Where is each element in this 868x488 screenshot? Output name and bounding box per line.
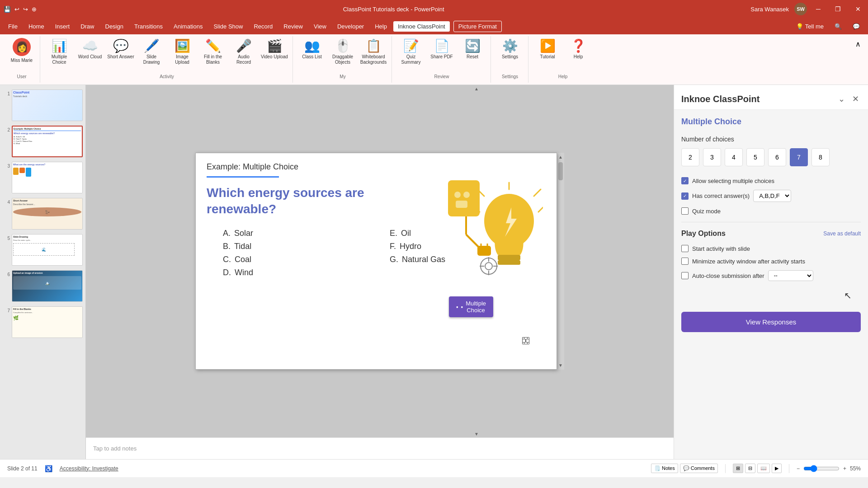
- mc-slide-button[interactable]: ▪ Multiple Choice: [449, 296, 493, 317]
- canvas-scroll-up[interactable]: ▲: [557, 153, 565, 161]
- menu-transitions[interactable]: Transitions: [130, 21, 167, 32]
- normal-view-button[interactable]: ⊞: [733, 464, 743, 473]
- svg-rect-6: [498, 260, 520, 265]
- ribbon-multiple-choice-button[interactable]: 📊 Multiple Choice: [45, 38, 74, 70]
- slide-img-6[interactable]: Upload an image of erosion 🏔️: [12, 270, 83, 302]
- menu-file[interactable]: File: [4, 21, 22, 32]
- menu-view[interactable]: View: [309, 21, 331, 32]
- menu-insert[interactable]: Insert: [51, 21, 75, 32]
- reading-view-button[interactable]: 📖: [757, 464, 770, 473]
- menu-review[interactable]: Review: [279, 21, 307, 32]
- notes-status-button[interactable]: 🗒️ Notes: [651, 464, 678, 473]
- zoom-slider[interactable]: [803, 465, 840, 472]
- ribbon-collapse-button[interactable]: ∧: [852, 36, 864, 52]
- ribbon-slide-drawing-button[interactable]: 🖊️ Slide Drawing: [137, 38, 166, 70]
- ribbon-fill-blanks-button[interactable]: ✏️ Fill in the Blanks: [198, 38, 227, 70]
- slide-thumb-4[interactable]: 4 Short Answer Describe the beaver... 🦫: [2, 197, 84, 230]
- menu-animations[interactable]: Animations: [169, 21, 207, 32]
- slide-img-7[interactable]: Fill in the Blanks Complete the sentence…: [12, 306, 83, 338]
- choice-num-5[interactable]: 5: [746, 148, 764, 166]
- slide-thumb-1[interactable]: 1 ClassPoint Tutorials deck: [2, 89, 84, 122]
- menu-search[interactable]: 🔍: [830, 21, 846, 32]
- menu-picture-format[interactable]: Picture Format: [453, 21, 502, 32]
- slide-canvas: Example: Multiple Choice Which energy so…: [86, 92, 674, 430]
- zoom-in-icon[interactable]: +: [843, 465, 846, 472]
- correct-answer-select[interactable]: A,B,D,F A,B A,B,C: [753, 190, 791, 202]
- slide-thumb-5[interactable]: 5 Slide Drawing Draw the water cycle... …: [2, 233, 84, 267]
- choice-num-2[interactable]: 2: [681, 148, 699, 166]
- slide-thumb-6[interactable]: 6 Upload an image of erosion 🏔️: [2, 269, 84, 303]
- canvas-scroll-thumb[interactable]: [558, 162, 563, 180]
- save-button[interactable]: 💾: [4, 6, 11, 13]
- close-button[interactable]: ✕: [852, 4, 864, 14]
- menu-classpoint[interactable]: Inknoe ClassPoint: [393, 21, 450, 32]
- allow-multiple-checkbox[interactable]: ✓: [681, 177, 689, 184]
- panel-collapse-button[interactable]: ⌄: [836, 92, 847, 106]
- settings-label: Settings: [502, 54, 518, 60]
- menu-developer[interactable]: Developer: [333, 21, 368, 32]
- ribbon-audio-record-button[interactable]: 🎤 Audio Record: [229, 38, 258, 70]
- slide-sorter-button[interactable]: ⊟: [745, 464, 755, 473]
- ribbon-reset-button[interactable]: 🔄 Reset: [458, 38, 487, 70]
- menu-help[interactable]: Help: [370, 21, 392, 32]
- menu-tell-me[interactable]: 💡 Tell me: [792, 21, 828, 32]
- slide-img-1[interactable]: ClassPoint Tutorials deck: [12, 89, 83, 121]
- zoom-out-icon[interactable]: −: [797, 465, 800, 472]
- slide-panel[interactable]: 1 ClassPoint Tutorials deck 2 Example: M…: [0, 85, 86, 459]
- ribbon-help-button[interactable]: ❓ Help: [564, 38, 593, 70]
- menu-slideshow[interactable]: Slide Show: [209, 21, 247, 32]
- slide-thumb-2[interactable]: 2 Example: Multiple Choice Which energy …: [2, 125, 84, 158]
- ribbon-short-answer-button[interactable]: 💬 Short Answer: [106, 38, 135, 70]
- ribbon-settings-button[interactable]: ⚙️ Settings: [495, 38, 524, 70]
- save-default-link[interactable]: Save as default: [823, 230, 861, 237]
- undo-button[interactable]: ↩: [14, 6, 19, 13]
- menu-record[interactable]: Record: [249, 21, 277, 32]
- ribbon-whiteboard-button[interactable]: 📋 Whiteboard Backgrounds: [359, 38, 388, 70]
- user-avatar[interactable]: SW: [794, 3, 807, 15]
- ribbon-video-upload-button[interactable]: 🎬 Video Upload: [260, 38, 289, 70]
- choice-num-4[interactable]: 4: [725, 148, 743, 166]
- choice-num-7[interactable]: 7: [790, 148, 808, 166]
- menu-design[interactable]: Design: [101, 21, 128, 32]
- customize-qat-button[interactable]: ⊕: [32, 6, 37, 13]
- accessibility-text[interactable]: Accessibility: Investigate: [60, 465, 118, 472]
- mc-button-container[interactable]: ▪ Multiple Choice: [522, 337, 529, 344]
- ribbon-word-cloud-button[interactable]: ☁️ Word Cloud: [75, 38, 104, 70]
- redo-button[interactable]: ↪: [23, 6, 28, 13]
- slideshow-button[interactable]: ▶: [772, 464, 782, 473]
- notes-bar[interactable]: Tap to add notes: [86, 437, 674, 459]
- minimize-button[interactable]: ─: [812, 4, 824, 14]
- menu-share[interactable]: 💬: [848, 21, 864, 32]
- start-with-slide-checkbox[interactable]: [681, 245, 689, 252]
- panel-close-button[interactable]: ✕: [850, 92, 861, 106]
- slide-img-5[interactable]: Slide Drawing Draw the water cycle... 🌊: [12, 234, 83, 266]
- minimize-window-checkbox[interactable]: [681, 258, 689, 265]
- ribbon-draggable-button[interactable]: 🖱️ Draggable Objects: [328, 38, 357, 70]
- canvas-scroll-down[interactable]: ▼: [557, 361, 565, 370]
- scroll-up-button[interactable]: ▲: [473, 85, 480, 92]
- choice-num-3[interactable]: 3: [703, 148, 721, 166]
- slide-thumb-7[interactable]: 7 Fill in the Blanks Complete the senten…: [2, 305, 84, 339]
- slide-thumb-3[interactable]: 3 What are the energy sources?: [2, 161, 84, 194]
- choice-num-6[interactable]: 6: [768, 148, 786, 166]
- user-profile-button[interactable]: 👩 Miss Marie: [7, 38, 36, 63]
- menu-home[interactable]: Home: [24, 21, 49, 32]
- menu-draw[interactable]: Draw: [76, 21, 99, 32]
- restore-button[interactable]: ❐: [831, 4, 844, 14]
- comments-status-button[interactable]: 💬 Comments: [680, 464, 718, 473]
- has-correct-checkbox[interactable]: ✓: [681, 192, 689, 200]
- ribbon-tutorial-button[interactable]: ▶️ Tutorial: [533, 38, 562, 70]
- scroll-down-button[interactable]: ▼: [473, 430, 480, 437]
- ribbon-quiz-summary-button[interactable]: 📝 Quiz Summary: [396, 38, 425, 70]
- choice-num-8[interactable]: 8: [811, 148, 830, 166]
- auto-close-checkbox[interactable]: [681, 272, 689, 279]
- slide-img-3[interactable]: What are the energy sources?: [12, 162, 83, 193]
- auto-close-select[interactable]: -- 30 seconds 1 minute 2 minutes: [768, 270, 813, 281]
- ribbon-share-pdf-button[interactable]: 📄 Share PDF: [427, 38, 456, 70]
- ribbon-class-list-button[interactable]: 👥 Class List: [297, 38, 326, 70]
- ribbon-image-upload-button[interactable]: 🖼️ Image Upload: [168, 38, 197, 70]
- slide-img-2[interactable]: Example: Multiple Choice Which energy so…: [12, 126, 83, 157]
- view-responses-button[interactable]: View Responses: [681, 312, 861, 332]
- quiz-mode-checkbox[interactable]: [681, 207, 689, 215]
- slide-img-4[interactable]: Short Answer Describe the beaver... 🦫: [12, 198, 83, 230]
